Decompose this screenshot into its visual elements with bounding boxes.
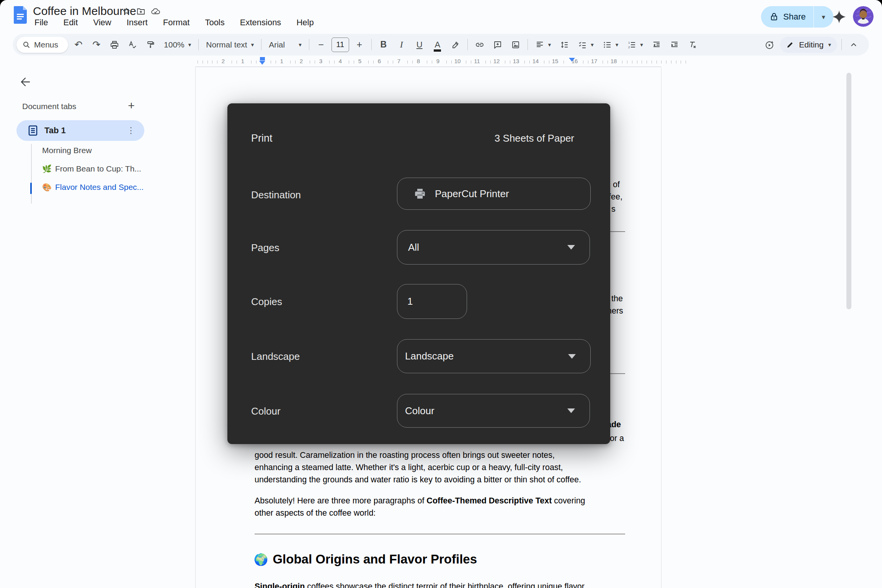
menu-item-extensions[interactable]: Extensions — [238, 17, 284, 28]
add-comment-button[interactable] — [490, 37, 505, 52]
add-tab-button[interactable]: + — [124, 99, 138, 113]
star-document-icon[interactable] — [122, 7, 131, 16]
document-heading[interactable]: 🌍 Global Origins and Flavor Profiles — [254, 552, 477, 567]
paragraph-style-select[interactable]: Normal text ▾ — [203, 37, 257, 52]
ruler-number: 18 — [611, 58, 617, 64]
menu-item-edit[interactable]: Edit — [61, 17, 80, 28]
outline-item-emoji: 🎨 — [42, 183, 52, 192]
bold-button[interactable]: B — [376, 37, 391, 52]
document-text-fragment: fee, — [609, 192, 622, 202]
checklist-select[interactable]: ▾ — [575, 37, 597, 52]
document-paragraph[interactable]: Absolutely! Here are three more paragrap… — [255, 495, 585, 519]
outline-item-1[interactable]: Morning Brew — [32, 141, 185, 160]
line-spacing-button[interactable] — [557, 37, 572, 52]
ruler-tick — [647, 60, 647, 64]
cloud-status-icon[interactable] — [151, 7, 161, 16]
toolbar-divider — [198, 39, 199, 50]
decrease-indent-button[interactable] — [649, 37, 664, 52]
menus-search-button[interactable]: Menus — [16, 37, 68, 53]
italic-button[interactable]: I — [394, 37, 409, 52]
ruler-tick — [412, 60, 413, 64]
paint-format-button[interactable] — [143, 37, 158, 52]
gemini-star-icon[interactable] — [831, 9, 847, 24]
activity-icon[interactable] — [762, 37, 777, 52]
toolbar-divider — [309, 39, 309, 50]
chevron-down-icon: ▾ — [616, 42, 619, 47]
ruler-tick — [373, 60, 374, 64]
tab-options-menu[interactable]: ⋮ — [124, 124, 137, 137]
destination-value: PaperCut Printer — [435, 188, 509, 200]
increase-font-size-button[interactable]: + — [352, 37, 367, 52]
collapse-toolbar-button[interactable] — [846, 37, 861, 52]
ruler-margin-number: 2 — [222, 58, 225, 64]
menus-label: Menus — [34, 40, 58, 49]
font-family-select[interactable]: Arial ▾ — [266, 37, 305, 52]
vertical-scrollbar-thumb[interactable] — [846, 73, 851, 309]
first-line-indent-marker[interactable] — [260, 57, 265, 60]
ruler-tick — [217, 60, 217, 64]
increase-indent-button[interactable] — [667, 37, 682, 52]
account-avatar[interactable] — [853, 6, 874, 27]
editing-mode-select[interactable]: Editing ▾ — [780, 37, 837, 53]
menu-item-insert[interactable]: Insert — [124, 17, 150, 28]
toolbar-divider — [371, 39, 372, 50]
share-button[interactable]: Share ▼ — [761, 6, 833, 28]
google-docs-logo[interactable] — [14, 6, 27, 24]
print-dialog: Print 3 Sheets of Paper Destination Pape… — [227, 103, 610, 444]
undo-button[interactable]: ↶ — [71, 37, 86, 52]
ruler-tick — [642, 60, 642, 64]
insert-link-button[interactable] — [472, 37, 487, 52]
document-title[interactable]: Coffee in Melbourne — [33, 5, 136, 18]
dropdown-caret-icon — [567, 245, 575, 250]
document-paragraph[interactable]: Single-origin coffees showcase the disti… — [255, 580, 585, 588]
ruler-number: 4 — [339, 58, 342, 64]
text-color-button[interactable]: A — [430, 37, 445, 52]
ruler-tick — [632, 60, 632, 64]
document-paragraph[interactable]: good result. Caramelization in the roast… — [255, 449, 581, 486]
outline-item-3[interactable]: 🎨Flavor Notes and Spec... — [32, 178, 185, 196]
ruler-tick — [212, 60, 212, 64]
ruler-margin-number: 1 — [241, 58, 244, 64]
zoom-select[interactable]: 100% ▾ — [161, 37, 194, 52]
menubar: FileEditViewInsertFormatToolsExtensionsH… — [32, 16, 316, 29]
numbered-list-select[interactable]: 12 ▾ — [624, 37, 646, 52]
ruler-tick — [510, 60, 510, 64]
menu-item-tools[interactable]: Tools — [203, 17, 227, 28]
ruler-number: 3 — [319, 58, 322, 64]
redo-button[interactable]: ↷ — [89, 37, 104, 52]
outline-item-2[interactable]: 🌿From Bean to Cup: Th... — [32, 160, 185, 178]
ruler-tick — [388, 60, 388, 64]
align-select[interactable]: ▾ — [532, 37, 554, 52]
share-dropdown-button[interactable]: ▼ — [814, 6, 833, 28]
highlight-color-button[interactable] — [448, 37, 463, 52]
colour-select[interactable]: Colour — [397, 394, 590, 428]
menu-item-file[interactable]: File — [32, 17, 50, 28]
bulleted-list-select[interactable]: ▾ — [599, 37, 622, 52]
menu-item-view[interactable]: View — [91, 17, 113, 28]
outline-list: Morning Brew🌿From Bean to Cup: Th...🎨Fla… — [32, 141, 185, 196]
destination-button[interactable]: PaperCut Printer — [397, 178, 591, 210]
font-size-input[interactable]: 11 — [332, 38, 349, 52]
menu-item-help[interactable]: Help — [294, 17, 316, 28]
underline-button[interactable]: U — [412, 37, 427, 52]
print-button[interactable] — [107, 37, 122, 52]
decrease-font-size-button[interactable]: − — [314, 37, 329, 52]
ruler-tick — [524, 60, 525, 64]
back-button[interactable] — [17, 74, 34, 90]
ruler-tick — [354, 60, 354, 64]
left-indent-marker[interactable] — [259, 61, 265, 65]
right-indent-marker[interactable] — [569, 58, 575, 62]
move-to-folder-icon[interactable] — [136, 7, 145, 16]
tab-item-tab1[interactable]: Tab 1 ⋮ — [16, 120, 144, 141]
copies-input[interactable]: 1 — [397, 284, 467, 319]
ruler-tick — [451, 60, 452, 64]
insert-image-button[interactable] — [508, 37, 523, 52]
clear-formatting-button[interactable] — [685, 37, 700, 52]
page-right-border — [661, 67, 662, 588]
ruler-tick — [232, 60, 232, 64]
menu-item-format[interactable]: Format — [161, 17, 192, 28]
pages-select[interactable]: All — [397, 230, 590, 265]
orientation-select[interactable]: Landscape — [397, 339, 591, 373]
spell-check-button[interactable] — [125, 37, 140, 52]
document-text-fragment: the — [611, 294, 623, 304]
